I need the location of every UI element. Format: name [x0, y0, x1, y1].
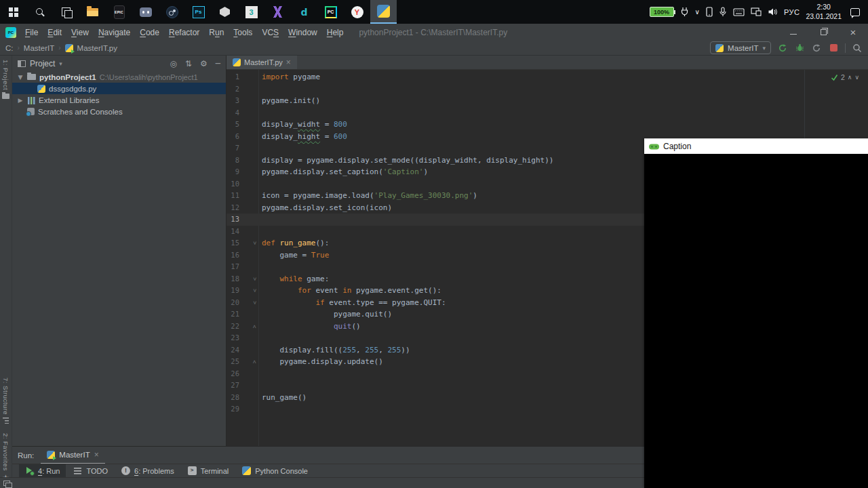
- toolwindow-button-terminal[interactable]: >Terminal: [182, 464, 235, 478]
- toolwindow-button-todo[interactable]: TODO: [67, 464, 114, 478]
- next-problem-icon[interactable]: ∨: [854, 74, 859, 81]
- stop-button[interactable]: [828, 43, 839, 54]
- unity-icon: [220, 7, 230, 17]
- taskbar-yandex[interactable]: Y: [344, 0, 370, 24]
- close-tab-icon[interactable]: ×: [94, 451, 99, 459]
- window-controls: ×: [778, 24, 868, 41]
- taskbar-search[interactable]: [26, 0, 53, 24]
- taskbar-dev-d[interactable]: d: [291, 0, 317, 24]
- menu-file[interactable]: File: [20, 26, 43, 39]
- tool-stripe-favorites[interactable]: 2: Favorites: [2, 433, 9, 471]
- taskbar-unity[interactable]: [212, 0, 238, 24]
- menu-refactor[interactable]: Refactor: [164, 26, 204, 39]
- rerun-button[interactable]: [777, 43, 788, 54]
- language-indicator[interactable]: РУС: [784, 8, 800, 16]
- run-configuration-select[interactable]: MasterIT ▾: [710, 41, 771, 54]
- microphone-icon[interactable]: [719, 7, 727, 17]
- coverage-button[interactable]: [811, 43, 822, 54]
- pycharm-icon: PC: [325, 6, 337, 18]
- taskbar-photoshop[interactable]: Ps: [185, 0, 212, 24]
- toolwindow-button-python-console[interactable]: Python Console: [236, 464, 314, 478]
- power-plug-icon[interactable]: [680, 7, 689, 17]
- menu-edit[interactable]: Edit: [43, 26, 66, 39]
- menu-navigate[interactable]: Navigate: [94, 26, 135, 39]
- pygame-canvas[interactable]: [644, 154, 868, 488]
- code-line-4[interactable]: 4: [226, 107, 868, 119]
- tree-root-pythonproject1[interactable]: ▼ pythonProject1 C:\Users\salih\pythonPr…: [12, 71, 226, 83]
- breadcrumb-drive[interactable]: C:: [5, 44, 14, 52]
- tree-external-libraries[interactable]: ▶ External Libraries: [12, 94, 226, 106]
- pygame-window[interactable]: Caption: [644, 138, 868, 488]
- editor-tab-masterit[interactable]: MasterIT.py ×: [226, 56, 297, 69]
- hide-panel-icon[interactable]: ─: [216, 59, 220, 68]
- breadcrumb-folder[interactable]: MasterIT: [24, 44, 54, 52]
- menu-help[interactable]: Help: [322, 26, 349, 39]
- taskbar-epic[interactable]: EPIC: [106, 0, 132, 24]
- speaker-icon[interactable]: [768, 7, 778, 16]
- toolwindow-button-run[interactable]: 4: Run: [19, 464, 66, 478]
- search-everywhere-icon[interactable]: [852, 43, 863, 54]
- inspections-widget[interactable]: 2 ∧ ∨: [831, 73, 859, 81]
- code-line-1[interactable]: 1import pygame: [226, 71, 868, 83]
- phone-icon[interactable]: [706, 7, 713, 17]
- tool-stripe-structure[interactable]: 7: Structure: [2, 378, 9, 415]
- restore-tool-windows-icon[interactable]: [3, 481, 10, 486]
- gear-icon[interactable]: ⚙: [200, 59, 208, 68]
- menu-window[interactable]: Window: [283, 26, 322, 39]
- code-line-3[interactable]: 3pygame.init(): [226, 95, 868, 107]
- run-icon: [25, 466, 34, 475]
- touch-keyboard-icon[interactable]: [733, 8, 745, 16]
- taskbar-start[interactable]: [0, 0, 26, 24]
- minimize-button[interactable]: [778, 24, 808, 41]
- code-text: pygame.init(): [262, 95, 320, 107]
- taskbar-task-view[interactable]: [53, 0, 79, 24]
- taskbar-3ds-max[interactable]: 3: [238, 0, 264, 24]
- menu-view[interactable]: View: [66, 26, 94, 39]
- taskbar-explorer[interactable]: [79, 0, 106, 24]
- tray-expand-chevron-icon[interactable]: ∨: [695, 8, 700, 16]
- taskbar-python-app[interactable]: [370, 0, 397, 24]
- chevron-expanded-icon[interactable]: ▼: [17, 74, 24, 81]
- chevron-collapsed-icon[interactable]: ▶: [17, 97, 24, 104]
- tool-stripe-project[interactable]: 1: Project: [2, 60, 9, 90]
- battery-indicator[interactable]: 100%: [650, 7, 674, 17]
- menu-run[interactable]: Run: [204, 26, 229, 39]
- close-button[interactable]: ×: [838, 24, 868, 41]
- menu-vcs[interactable]: VCS: [257, 26, 283, 39]
- line-number: 11: [226, 190, 239, 202]
- collapse-all-icon[interactable]: ⇅: [185, 59, 192, 68]
- code-line-2[interactable]: 2: [226, 83, 868, 96]
- prev-problem-icon[interactable]: ∧: [848, 74, 852, 81]
- structure-icon[interactable]: [3, 418, 9, 424]
- inspection-check-icon: [831, 74, 838, 81]
- taskbar-steam[interactable]: [159, 0, 185, 24]
- menu-code[interactable]: Code: [135, 26, 164, 39]
- chevron-down-icon[interactable]: ▾: [59, 60, 62, 67]
- toolwindow-button-problems[interactable]: !6: Problems: [115, 464, 180, 478]
- menu-tools[interactable]: Tools: [229, 26, 257, 39]
- action-center-icon[interactable]: [850, 8, 860, 16]
- locate-file-icon[interactable]: ◎: [170, 59, 176, 68]
- close-tab-icon[interactable]: ×: [286, 58, 291, 66]
- project-panel-title[interactable]: Project: [30, 59, 55, 68]
- breadcrumb-file[interactable]: MasterIT.py: [77, 44, 117, 52]
- run-tab-masterit[interactable]: MasterIT ×: [41, 447, 104, 464]
- tree-file-selected[interactable]: dssgsdgds.py: [12, 83, 226, 94]
- editor-tab-bar: MasterIT.py ×: [226, 56, 868, 70]
- main-menus: FileEditViewNavigateCodeRefactorRunTools…: [20, 26, 348, 39]
- scratches-icon: [27, 108, 35, 115]
- line-number: 2: [226, 83, 239, 96]
- clock[interactable]: 2:30 23.01.2021: [806, 3, 842, 20]
- tree-scratches[interactable]: Scratches and Consoles: [12, 106, 226, 117]
- project-panel-header: Project ▾ ◎ ⇅ ⚙ ─: [12, 56, 226, 71]
- restore-button[interactable]: [808, 24, 838, 41]
- taskbar-discord[interactable]: [132, 0, 159, 24]
- pygame-title-bar[interactable]: Caption: [644, 138, 868, 154]
- line-number: 17: [226, 261, 239, 273]
- display-cast-icon[interactable]: [751, 7, 762, 16]
- taskbar-visual-studio[interactable]: [264, 0, 291, 24]
- code-line-5[interactable]: 5display_widht = 800: [226, 119, 868, 131]
- taskbar-pycharm[interactable]: PC: [317, 0, 344, 24]
- debug-button[interactable]: [794, 43, 805, 54]
- project-stripe-folder-icon[interactable]: [2, 94, 9, 99]
